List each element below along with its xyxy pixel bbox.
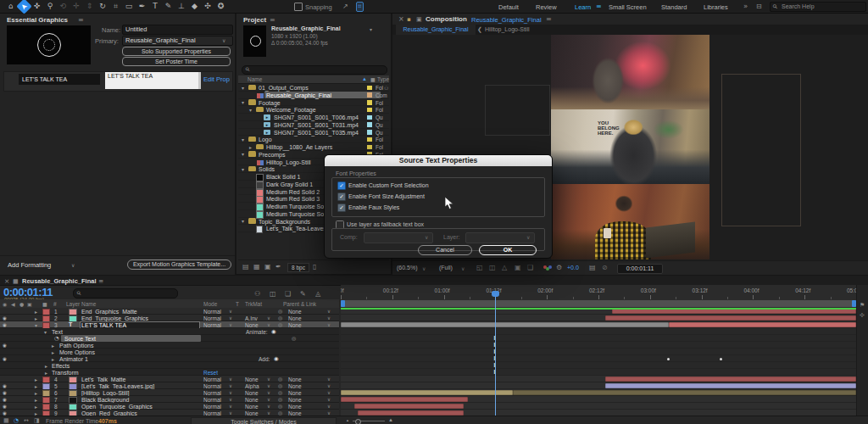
preview-time-field[interactable]: 0:00:01:11 (617, 264, 663, 274)
property-name[interactable]: More Options (59, 349, 95, 355)
orbit-camera-tool[interactable]: ⟲ (58, 1, 69, 12)
eye-icon[interactable]: ◉ (3, 322, 7, 327)
solo-supported-properties-button[interactable]: Solo Supported Properties (122, 47, 231, 56)
workspace-tab-learn[interactable]: Learn (575, 3, 591, 11)
mode-dropdown[interactable]: Normal (203, 315, 221, 321)
expand-icon[interactable]: ▾ (35, 322, 37, 328)
label-color[interactable] (367, 92, 372, 98)
viewer-tab-active[interactable]: Reusable_Graphic_Final (396, 25, 476, 35)
project-item-name[interactable]: Hilltop__1080_Ae Layers (266, 144, 332, 150)
layer-name[interactable]: End_Turquoise_Graphics (81, 315, 148, 321)
stopwatch-icon[interactable]: ◔ (54, 335, 59, 342)
project-item-name[interactable]: 01_Output_Comps (259, 85, 309, 91)
eye-icon[interactable]: ◉ (3, 343, 7, 348)
layer-name[interactable]: Open_Turquoise_Graphics (81, 404, 153, 410)
pickwhip-icon[interactable]: ◎ (278, 321, 282, 327)
name-column-header[interactable]: Name (248, 76, 262, 82)
resolution-dropdown[interactable]: (Full) (439, 265, 453, 271)
dolly-camera-tool[interactable]: ⇕ (84, 1, 95, 12)
project-columns-header[interactable]: Name ▲ ■ Type (238, 75, 389, 84)
home-tool[interactable]: ⌂ (5, 1, 16, 12)
mode-dropdown[interactable]: Normal (203, 377, 221, 382)
eraser-tool[interactable]: ◆ (189, 1, 200, 12)
project-row[interactable]: ▾LogoFol (238, 136, 389, 143)
pickwhip-icon[interactable]: ◎ (278, 389, 282, 395)
parent-dropdown[interactable]: None (288, 322, 302, 328)
reset-link[interactable]: Reset (203, 370, 218, 376)
expand-icon[interactable]: ▸ (35, 315, 37, 321)
type-tool[interactable]: T (150, 1, 161, 12)
layer-name[interactable]: [Let's_Talk_Tea-Leaves.jpg] (81, 383, 154, 389)
parent-dropdown[interactable]: None (288, 309, 302, 315)
dialog-checkbox[interactable]: ✓ (337, 192, 346, 201)
project-item-name[interactable]: Precomps (259, 152, 286, 158)
cancel-button[interactable]: Cancel (418, 245, 472, 255)
zoom-slider-handle[interactable] (355, 419, 361, 424)
eg-property-value-field[interactable]: LET'S TALK TEA (105, 72, 201, 89)
mask-visibility-icon[interactable]: ❏ (527, 264, 533, 271)
mode-dropdown[interactable]: Normal (203, 397, 221, 403)
property-group-name[interactable]: Transform (52, 370, 79, 376)
trkmat-dropdown[interactable]: Alpha (245, 383, 259, 389)
timeline-property-row[interactable]: ◉▸Path Options (0, 342, 339, 349)
pen-tool[interactable]: ✒ (136, 1, 147, 12)
project-item-name[interactable]: Topic_Backgrounds (259, 219, 310, 225)
expand-icon[interactable]: ▸ (35, 309, 37, 315)
label-color[interactable] (367, 137, 372, 142)
eg-primary-select[interactable]: Reusable_Graphic_Final (122, 36, 233, 46)
composition-flowchart-icon[interactable]: ▦ (3, 417, 9, 424)
close-icon[interactable]: × (4, 277, 9, 285)
project-item-name[interactable]: SHGN7_S001_S001_T035.mp4 (274, 130, 359, 136)
timeline-layer-row[interactable]: ◉▸8Open_Turquoise_GraphicsNormal∨None∨◎N… (0, 403, 339, 410)
work-area-bar[interactable] (341, 300, 856, 307)
brainstorm-icon[interactable]: ✎ (300, 290, 306, 298)
panel-toggle-icon[interactable]: ⊟ (756, 3, 762, 10)
close-icon[interactable]: × (398, 15, 404, 23)
mode-dropdown[interactable]: Normal (203, 383, 221, 389)
property-group-name[interactable]: Text (52, 329, 63, 335)
workspace-overflow-icon[interactable]: » (743, 2, 748, 10)
expand-icon[interactable]: ▸ (52, 349, 54, 355)
interpret-footage-icon[interactable]: ▤ (242, 263, 249, 271)
project-search-input[interactable] (242, 65, 387, 75)
playhead-line[interactable] (495, 297, 496, 416)
timeline-property-row[interactable]: ▸TransformReset (0, 369, 339, 376)
eye-icon[interactable]: ◉ (3, 356, 7, 361)
pickwhip-icon[interactable]: ◎ (278, 315, 282, 321)
3d-gizmo-icon[interactable]: ⌗ (356, 2, 364, 12)
export-mogrt-button[interactable]: Export Motion Graphics Template... (127, 259, 231, 270)
mode-dropdown[interactable]: Normal (203, 390, 221, 396)
timeline-property-row[interactable]: ▾TextAnimate:◉ (0, 328, 339, 335)
project-item-name[interactable]: Hilltop_Logo-Still (266, 159, 311, 165)
adjustment-icon[interactable]: ✒ (275, 263, 281, 271)
workspace-menu-icon[interactable]: ≡ (596, 3, 602, 10)
mode-dropdown[interactable]: Normal (203, 404, 221, 410)
lock-icon[interactable]: ▣ (416, 16, 422, 23)
layer-duration-bar[interactable] (605, 383, 856, 388)
magnification-dropdown[interactable]: (60.5%) (397, 265, 418, 271)
frame-blending-icon[interactable]: ◫ (270, 290, 276, 298)
project-item-name[interactable]: Dark Gray Solid 1 (266, 181, 313, 187)
project-item-name[interactable]: Medium Red Solid 3 (266, 196, 320, 202)
new-composition-icon[interactable]: ▣ (264, 263, 271, 271)
label-color[interactable] (367, 130, 372, 135)
trkmat-dropdown[interactable]: None (245, 404, 259, 410)
trash-icon[interactable]: ▯ (313, 263, 316, 271)
expand-icon[interactable]: ▸ (35, 404, 37, 410)
parent-link-column-header[interactable]: Parent & Link (283, 301, 316, 307)
timeline-layer-row[interactable]: ▸4Let's_Talk_MatteNormal∨None∨◎None∨ (0, 376, 339, 382)
layer-duration-bar[interactable] (341, 322, 669, 327)
set-poster-time-button[interactable]: Set Poster Time (122, 57, 231, 66)
workspace-tab-libraries[interactable]: Libraries (704, 3, 728, 11)
roto-brush-tool[interactable]: ✣ (203, 1, 214, 12)
parent-dropdown[interactable]: None (288, 377, 302, 382)
timeline-layer-row[interactable]: ◉▾3TLET'S TALK TEANormal∨None∨◎None∨ (0, 321, 339, 328)
project-row[interactable]: ▾Welcome_FootageFol (238, 106, 389, 114)
expand-icon[interactable]: ▸ (35, 397, 37, 403)
project-item-name[interactable]: Footage (259, 100, 281, 106)
layer-name[interactable]: End_Graphics_Matte (81, 309, 137, 315)
rectangle-tool[interactable]: ▭ (124, 1, 135, 12)
camera-tool[interactable]: ⌗ (110, 1, 121, 12)
mode-dropdown[interactable]: Normal (203, 309, 221, 315)
timeline-property-row[interactable]: ▸More Options (0, 349, 339, 355)
